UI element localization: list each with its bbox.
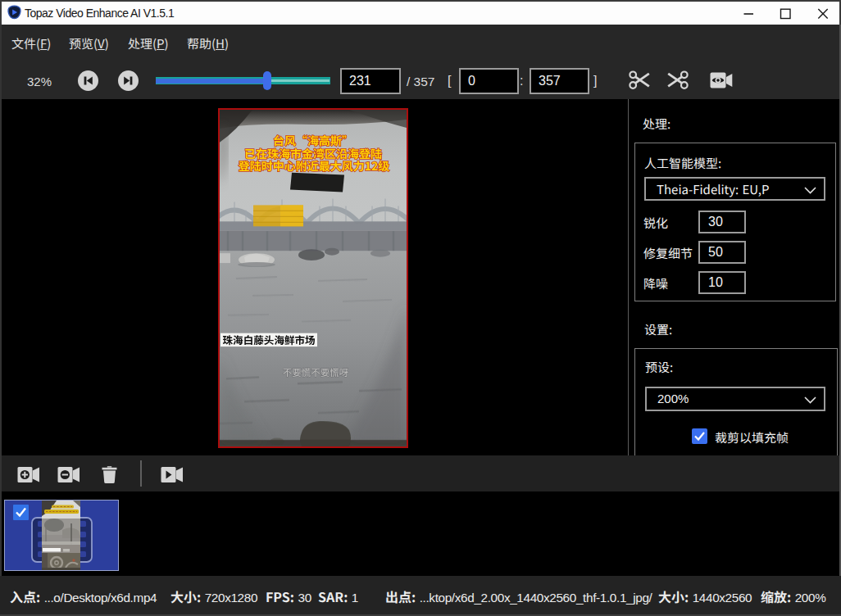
- svg-text:不要慌不要慌呀: 不要慌不要慌呀: [283, 365, 349, 378]
- svg-text:珠海白藤头海鲜市场: 珠海白藤头海鲜市场: [223, 332, 316, 347]
- svg-text:登陆时中心附近最大风力12级: 登陆时中心附近最大风力12级: [239, 157, 389, 174]
